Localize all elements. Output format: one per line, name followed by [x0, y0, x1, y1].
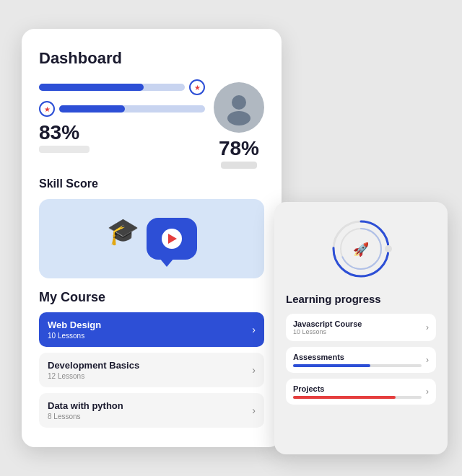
course-chevron-2: ›	[252, 405, 256, 416]
svg-point-0	[232, 95, 246, 110]
learning-lessons-0: 10 Lessons	[293, 328, 422, 335]
learning-item-content-0: Javascript Course 10 Lessons	[293, 319, 422, 335]
course-banner: 🎓	[39, 199, 264, 278]
star-badge-1: ★	[189, 79, 205, 95]
rocket-icon: 🚀	[353, 242, 370, 257]
secondary-card: 🚀 Learning progress Javascript Course 10…	[274, 202, 448, 454]
learning-chevron-1: ›	[426, 355, 429, 365]
learning-name-1: Assessments	[293, 353, 422, 361]
dashboard-title: Dashboard	[39, 49, 264, 68]
play-button[interactable]	[162, 229, 182, 249]
progress-fill-2	[59, 105, 125, 113]
learning-item-0[interactable]: Javascript Course 10 Lessons ›	[286, 314, 436, 341]
learning-progress-title: Learning progress	[286, 293, 436, 305]
learning-item-content-1: Assessments	[293, 353, 422, 367]
learning-chevron-0: ›	[426, 322, 429, 332]
course-item-text-0: Web Design 10 Lessons	[48, 319, 101, 340]
stat-label-1	[39, 146, 90, 153]
circular-progress-svg: 🚀	[328, 216, 393, 281]
progress-fill-1	[39, 84, 144, 91]
main-card: Dashboard ★ ★	[22, 29, 282, 447]
progress-bar-row-2: ★	[39, 101, 205, 117]
svg-point-1	[227, 111, 250, 125]
course-item-2[interactable]: Data with python 8 Lessons ›	[39, 393, 264, 428]
stats-row: 83%	[39, 123, 205, 153]
arc-dot	[385, 245, 392, 252]
stat-percent-1: 83%	[39, 123, 90, 143]
course-lessons-2: 8 Lessons	[48, 413, 123, 420]
progress-section: ★ ★ 83%	[39, 79, 264, 169]
stat-percent-2: 78%	[219, 138, 259, 159]
right-stats: 78%	[214, 79, 264, 169]
stat-item-1: 83%	[39, 123, 90, 153]
play-icon	[168, 234, 177, 244]
learning-chevron-2: ›	[426, 387, 429, 397]
stat-label-2	[221, 162, 257, 169]
course-chevron-0: ›	[252, 324, 256, 335]
skill-score-label: Skill Score	[39, 177, 264, 190]
learning-item-2[interactable]: Projects ›	[286, 379, 436, 405]
course-item-1[interactable]: Development Basics 12 Lessons ›	[39, 353, 264, 387]
my-course-title: My Course	[39, 290, 264, 305]
learning-bar-fill-1	[293, 364, 370, 367]
learning-bar-2	[293, 396, 422, 399]
course-item-text-2: Data with python 8 Lessons	[48, 400, 123, 420]
learning-name-0: Javascript Course	[293, 319, 422, 328]
course-name-0: Web Design	[48, 319, 101, 330]
course-lessons-1: 12 Lessons	[48, 372, 139, 380]
video-bubble	[147, 218, 197, 260]
course-item-text-1: Development Basics 12 Lessons	[48, 360, 139, 380]
left-stats: ★ ★ 83%	[39, 79, 205, 169]
graduation-cap-icon: 🎓	[107, 216, 139, 247]
learning-bar-1	[293, 364, 422, 367]
course-name-1: Development Basics	[48, 360, 139, 371]
learning-item-content-2: Projects	[293, 384, 422, 399]
course-item-0[interactable]: Web Design 10 Lessons ›	[39, 312, 264, 347]
course-chevron-1: ›	[252, 364, 256, 376]
star-badge-2: ★	[39, 101, 55, 117]
learning-bar-fill-2	[293, 396, 396, 399]
scene: Dashboard ★ ★	[14, 14, 448, 462]
avatar-icon	[221, 89, 257, 125]
learning-name-2: Projects	[293, 384, 422, 393]
avatar	[214, 82, 264, 133]
course-lessons-0: 10 Lessons	[48, 332, 101, 340]
learning-item-1[interactable]: Assessments ›	[286, 347, 436, 373]
circular-progress-container: 🚀	[286, 216, 436, 281]
progress-bar-row-1: ★	[39, 79, 205, 95]
progress-track-1	[39, 84, 185, 91]
course-name-2: Data with python	[48, 400, 123, 411]
progress-track-2	[59, 105, 205, 113]
